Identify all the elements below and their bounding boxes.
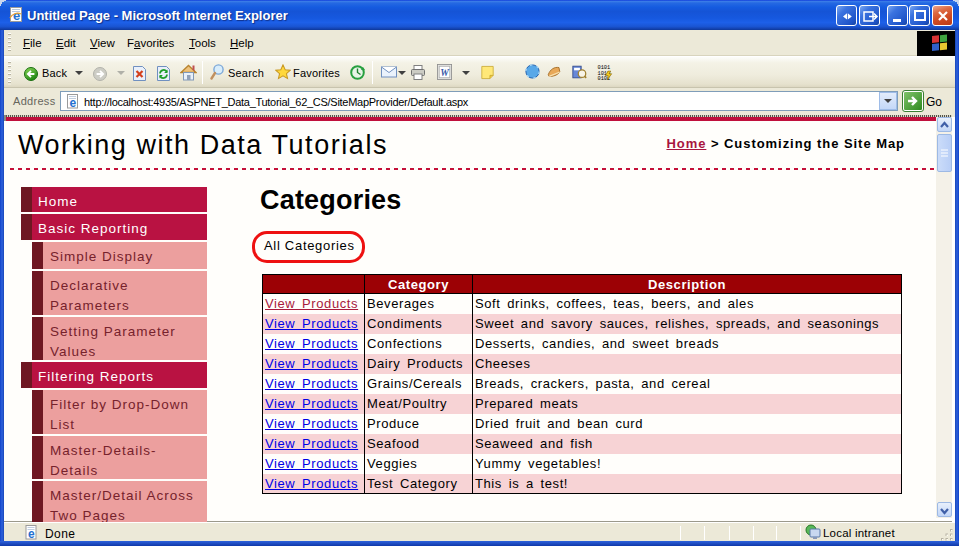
svg-text:e: e — [13, 8, 20, 23]
svg-text:e: e — [28, 527, 35, 541]
svg-text:W: W — [440, 67, 450, 78]
svg-text:e: e — [69, 96, 76, 110]
